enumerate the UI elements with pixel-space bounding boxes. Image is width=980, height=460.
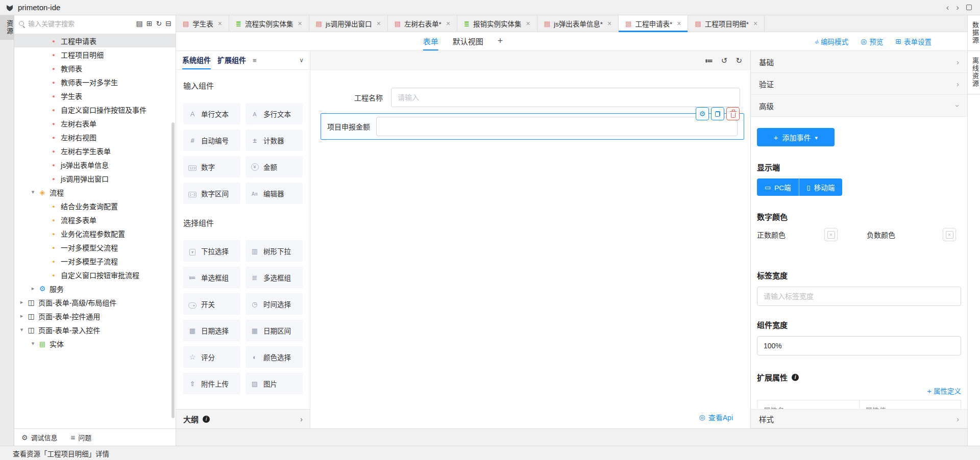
- palette-item[interactable]: 编辑器: [246, 183, 303, 204]
- property-section-header[interactable]: 基础: [751, 51, 967, 73]
- new-folder-icon[interactable]: ⊞: [146, 19, 153, 28]
- structure-outline-icon[interactable]: [705, 56, 713, 65]
- editor-tab[interactable]: 学生表: [176, 15, 229, 32]
- palette-item[interactable]: 时间选择: [246, 293, 303, 315]
- view-tab-default-view[interactable]: 默认视图: [453, 32, 483, 50]
- tree-scrollbar[interactable]: [172, 122, 175, 418]
- tree-row[interactable]: 左树右学生表单: [14, 144, 176, 158]
- import-resource-icon[interactable]: ▤: [136, 19, 143, 28]
- undo-icon[interactable]: [721, 56, 728, 65]
- style-section-header[interactable]: 样式: [751, 409, 967, 428]
- tree-row[interactable]: 自定义窗口操作按钮及事件: [14, 103, 176, 116]
- rail-item-datasource[interactable]: 数据源: [968, 15, 980, 51]
- palette-item[interactable]: 日期选择: [183, 320, 240, 341]
- tree-row[interactable]: js弹出表单信息: [14, 158, 176, 171]
- editor-tab[interactable]: 报销实例实体集: [457, 15, 537, 32]
- tree-row[interactable]: 工程项目明细: [14, 47, 176, 61]
- negative-color-swatch[interactable]: [943, 228, 956, 241]
- code-mode-button[interactable]: 编码模式: [815, 36, 848, 46]
- tree-row[interactable]: 一对多模型父流程: [14, 240, 176, 254]
- palette-item[interactable]: 数字: [183, 156, 240, 177]
- debug-info-tab[interactable]: 调试信息: [21, 432, 58, 442]
- tree-row[interactable]: 一对多模型子流程: [14, 254, 176, 268]
- editor-tab[interactable]: 工程申请表*: [619, 15, 688, 32]
- maximize-icon[interactable]: [966, 5, 972, 10]
- preview-button[interactable]: 预览: [861, 36, 883, 46]
- palette-collapse-icon[interactable]: [299, 57, 304, 64]
- palette-item[interactable]: 数字区间: [183, 183, 240, 204]
- editor-tab[interactable]: js弹出表单信息*: [537, 15, 619, 32]
- property-section-header[interactable]: 高级: [751, 95, 967, 117]
- tab-close-icon[interactable]: [446, 19, 450, 28]
- add-event-button[interactable]: 添加事件: [757, 128, 835, 146]
- add-view-button[interactable]: +: [498, 32, 503, 50]
- palette-item[interactable]: 计数器: [246, 130, 303, 151]
- palette-tab-system[interactable]: 系统组件: [182, 51, 211, 69]
- refresh-icon[interactable]: ↻: [156, 19, 162, 28]
- positive-color-swatch[interactable]: [824, 228, 838, 241]
- tab-close-icon[interactable]: [677, 19, 681, 28]
- rail-item-offline-resources[interactable]: 离线资源: [968, 51, 980, 94]
- tab-close-icon[interactable]: [753, 19, 757, 28]
- tree-row[interactable]: 左树右表单: [14, 116, 176, 130]
- palette-item[interactable]: 附件上传: [183, 373, 240, 394]
- tree-row[interactable]: 教师表: [14, 61, 176, 75]
- label-width-input[interactable]: [757, 287, 961, 306]
- palette-item[interactable]: 金额: [246, 156, 303, 177]
- tab-close-icon[interactable]: [526, 19, 530, 28]
- tab-close-icon[interactable]: [377, 19, 381, 28]
- tree-row[interactable]: 流程多表单: [14, 213, 176, 226]
- field-declared-amount-selected[interactable]: 项目申报金额: [321, 113, 744, 140]
- editor-tab[interactable]: 工程项目明细*: [688, 15, 765, 32]
- palette-item[interactable]: 树形下拉: [246, 240, 303, 262]
- palette-item[interactable]: 多选框组: [246, 267, 303, 288]
- palette-tab-extension[interactable]: 扩展组件: [217, 51, 246, 69]
- palette-item[interactable]: 单行文本: [183, 103, 240, 124]
- search-input[interactable]: [28, 20, 133, 28]
- tree-row[interactable]: 学生表: [14, 89, 176, 103]
- form-settings-button[interactable]: 表单设置: [895, 36, 932, 46]
- palette-item[interactable]: 颜色选择: [246, 346, 303, 368]
- rail-item-resources[interactable]: 资源: [0, 15, 14, 40]
- tab-close-icon[interactable]: [298, 19, 302, 28]
- property-section-header[interactable]: 验证: [751, 73, 967, 95]
- view-api-link[interactable]: 查看Api: [699, 412, 733, 422]
- nav-forward-icon[interactable]: ›: [956, 3, 959, 13]
- palette-item[interactable]: 日期区间: [246, 320, 303, 341]
- tree-row[interactable]: js调用弹出窗口: [14, 171, 176, 185]
- tree-row[interactable]: 流程: [14, 185, 176, 199]
- palette-item[interactable]: 单选框组: [183, 267, 240, 288]
- tab-close-icon[interactable]: [218, 19, 222, 28]
- tree-row[interactable]: 实体: [14, 337, 176, 350]
- palette-item[interactable]: 图片: [246, 373, 303, 394]
- tree-row[interactable]: 自定义窗口按钮审批流程: [14, 268, 176, 282]
- palette-item[interactable]: 评分: [183, 346, 240, 368]
- field-project-name[interactable]: 工程名称: [332, 88, 740, 107]
- palette-item[interactable]: 开关: [183, 293, 240, 315]
- tree-row[interactable]: 结合业务查询配置: [14, 199, 176, 213]
- field-delete-button[interactable]: [726, 107, 740, 120]
- palette-item[interactable]: 多行文本: [246, 103, 303, 124]
- problems-tab[interactable]: 问题: [71, 432, 92, 442]
- field-settings-button[interactable]: [696, 107, 709, 120]
- tree-row[interactable]: 服务: [14, 282, 176, 295]
- mobile-side-button[interactable]: 移动端: [799, 178, 843, 196]
- component-width-input[interactable]: [757, 336, 961, 355]
- field-copy-button[interactable]: [711, 107, 724, 120]
- editor-tab[interactable]: 左树右表单*: [388, 15, 457, 32]
- palette-item[interactable]: 下拉选择: [183, 240, 240, 262]
- tree-row[interactable]: 页面-表单-控件通用: [14, 309, 176, 323]
- tree-row[interactable]: 左树右视图: [14, 130, 176, 144]
- view-tab-form[interactable]: 表单: [423, 32, 438, 50]
- tree-row[interactable]: 业务化流程参数配置: [14, 226, 176, 240]
- tree-row[interactable]: 教师表一对多学生: [14, 75, 176, 89]
- property-define-link[interactable]: 属性定义: [927, 386, 961, 396]
- palette-menu-icon[interactable]: [253, 57, 257, 64]
- outline-bar[interactable]: 大纲: [176, 409, 310, 428]
- editor-tab[interactable]: 流程实例实体集: [229, 15, 309, 32]
- project-name-input[interactable]: [391, 88, 740, 107]
- nav-back-icon[interactable]: ‹: [946, 3, 949, 13]
- tab-close-icon[interactable]: [607, 19, 611, 28]
- tree-row[interactable]: 页面-表单-高级/布局组件: [14, 295, 176, 309]
- editor-tab[interactable]: js调用弹出窗口: [309, 15, 388, 32]
